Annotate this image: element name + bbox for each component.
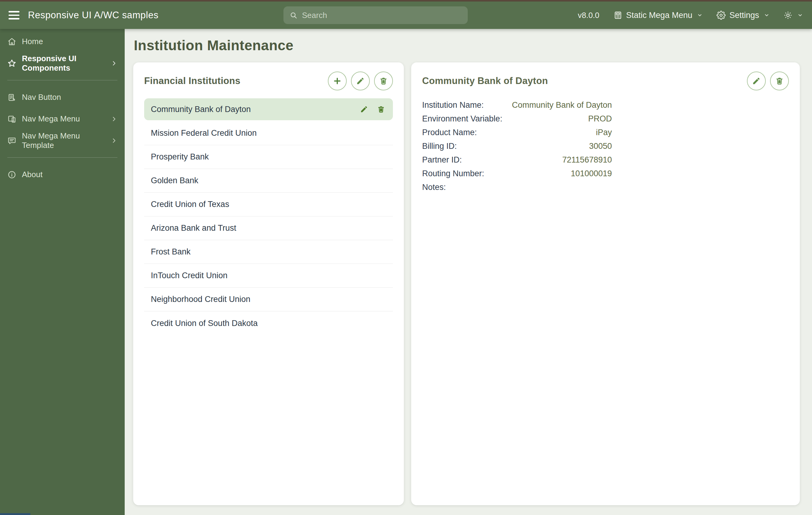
settings-dropdown[interactable]: Settings <box>717 11 770 20</box>
institution-row-credit-union-of-south-dakota[interactable]: Credit Union of South Dakota <box>144 311 393 335</box>
field-value: Community Bank of Dayton <box>512 98 612 112</box>
field-label: Environment Variable: <box>422 112 502 126</box>
app-header: Responsive UI A/WC samples v8.0.0 Static… <box>0 2 812 29</box>
institution-row-prosperity-bank[interactable]: Prosperity Bank <box>144 145 393 169</box>
institution-row-frost-bank[interactable]: Frost Bank <box>144 240 393 264</box>
gear-icon <box>717 11 726 20</box>
sidebar-item-label: Responsive UI Components <box>22 54 105 73</box>
detail-field-partner-id: Partner ID:72115678910 <box>422 153 612 167</box>
chevron-right-icon <box>111 60 117 67</box>
field-label: Product Name: <box>422 126 477 139</box>
field-label: Notes: <box>422 181 446 194</box>
sidebar-item-nav-mega-menu-template[interactable]: Nav Mega Menu Template <box>0 130 125 151</box>
chat-icon <box>7 136 17 145</box>
mega-menu-label: Static Mega Menu <box>626 11 693 20</box>
delete-institution-button[interactable] <box>374 72 393 90</box>
sidebar: HomeResponsive UI ComponentsNav ButtonNa… <box>0 29 125 515</box>
theme-toggle-dropdown[interactable] <box>783 11 803 20</box>
institution-row-community-bank-of-dayton[interactable]: Community Bank of Dayton <box>144 98 393 120</box>
field-value: 101000019 <box>571 167 612 181</box>
institution-row-mission-federal-credit-union[interactable]: Mission Federal Credit Union <box>144 121 393 145</box>
detail-panel-title: Community Bank of Dayton <box>422 76 548 86</box>
institution-name: Frost Bank <box>151 247 191 256</box>
header-right: v8.0.0 Static Mega Menu <box>578 11 812 20</box>
institution-name: Credit Union of South Dakota <box>151 319 258 328</box>
institution-row-arizona-bank-and-trust[interactable]: Arizona Bank and Trust <box>144 216 393 240</box>
field-value: PROD <box>588 112 612 126</box>
detail-field-product-name: Product Name:iPay <box>422 126 612 139</box>
search-input[interactable] <box>302 11 462 20</box>
sidebar-item-label: About <box>22 170 42 179</box>
institution-name: Mission Federal Credit Union <box>151 129 257 138</box>
pencil-icon <box>752 77 761 85</box>
search-box[interactable] <box>284 6 468 24</box>
main-content: Institution Maintenance Financial Instit… <box>125 29 812 515</box>
detail-field-notes: Notes: <box>422 181 612 194</box>
institution-row-intouch-credit-union[interactable]: InTouch Credit Union <box>144 264 393 288</box>
detail-field-institution-name: Institution Name:Community Bank of Dayto… <box>422 98 612 112</box>
sidebar-item-label: Nav Mega Menu Template <box>22 131 105 150</box>
detail-fields: Institution Name:Community Bank of Dayto… <box>422 98 789 194</box>
row-edit-button[interactable] <box>360 105 368 113</box>
field-label: Institution Name: <box>422 98 484 112</box>
chevron-right-icon <box>111 137 117 144</box>
mega-menu-dropdown[interactable]: Static Mega Menu <box>613 11 703 20</box>
sidebar-item-responsive-ui-components[interactable]: Responsive UI Components <box>0 52 125 74</box>
trash-icon <box>379 77 388 85</box>
trash-icon <box>775 77 784 85</box>
institution-name: InTouch Credit Union <box>151 271 228 280</box>
search-icon <box>290 11 298 20</box>
delete-detail-button[interactable] <box>770 72 789 90</box>
institution-detail-panel: Community Bank of Dayton <box>411 62 800 505</box>
edit-institution-button[interactable] <box>351 72 370 90</box>
financial-institutions-panel: Financial Institutions <box>133 62 404 505</box>
page-title: Institution Maintenance <box>134 37 800 54</box>
field-value: 72115678910 <box>562 153 612 167</box>
sidebar-divider <box>7 157 117 158</box>
info-icon <box>7 170 17 179</box>
field-value: iPay <box>596 126 612 139</box>
field-label: Routing Number: <box>422 167 484 181</box>
institution-name: Prosperity Bank <box>151 152 209 162</box>
plus-icon <box>333 76 342 85</box>
field-label: Billing ID: <box>422 139 457 153</box>
sun-icon <box>783 11 792 20</box>
institution-name: Golden Bank <box>151 176 198 185</box>
detail-field-environment-variable: Environment Variable:PROD <box>422 112 612 126</box>
institution-name: Arizona Bank and Trust <box>151 223 236 233</box>
edit-detail-button[interactable] <box>747 72 766 90</box>
field-label: Partner ID: <box>422 153 462 167</box>
trash-icon <box>377 105 385 113</box>
sidebar-item-home[interactable]: Home <box>0 31 125 52</box>
institutions-list: Community Bank of DaytonMission Federal … <box>144 98 393 335</box>
institution-name: Neighborhood Credit Union <box>151 295 250 304</box>
pencil-icon <box>356 77 365 85</box>
row-delete-button[interactable] <box>377 105 385 113</box>
form-icon <box>7 93 17 102</box>
sidebar-item-label: Nav Button <box>22 92 61 102</box>
chevron-down-icon <box>764 12 770 18</box>
sidebar-item-nav-mega-menu[interactable]: Nav Mega Menu <box>0 108 125 130</box>
chevron-right-icon <box>111 116 117 123</box>
devices-icon <box>7 114 17 124</box>
sidebar-item-label: Nav Mega Menu <box>22 114 80 124</box>
pencil-icon <box>360 105 368 113</box>
institution-row-golden-bank[interactable]: Golden Bank <box>144 169 393 193</box>
sidebar-item-nav-button[interactable]: Nav Button <box>0 86 125 108</box>
detail-field-routing-number: Routing Number:101000019 <box>422 167 612 181</box>
home-icon <box>7 37 17 46</box>
field-value: 30050 <box>589 139 612 153</box>
sidebar-item-about[interactable]: About <box>0 164 125 185</box>
institution-row-neighborhood-credit-union[interactable]: Neighborhood Credit Union <box>144 288 393 311</box>
institution-name: Credit Union of Texas <box>151 200 229 209</box>
star-icon <box>7 59 17 68</box>
chevron-down-icon <box>697 12 702 18</box>
detail-field-billing-id: Billing ID:30050 <box>422 139 612 153</box>
chevron-down-icon <box>798 12 803 18</box>
list-panel-title: Financial Institutions <box>144 76 240 86</box>
hamburger-menu-icon[interactable] <box>8 11 20 20</box>
add-institution-button[interactable] <box>328 72 347 90</box>
settings-label: Settings <box>729 11 759 20</box>
institution-row-credit-union-of-texas[interactable]: Credit Union of Texas <box>144 193 393 216</box>
version-label: v8.0.0 <box>578 11 600 20</box>
